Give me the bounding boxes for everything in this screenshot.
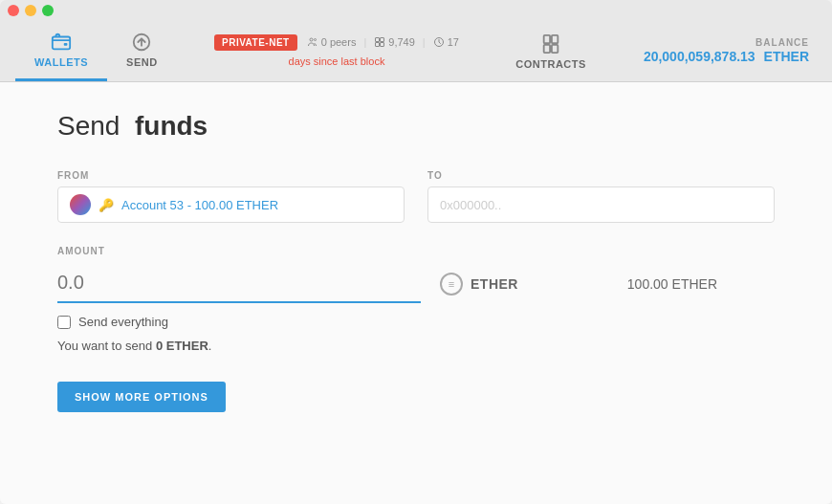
- balance-number: 20,000,059,878.13: [644, 49, 755, 64]
- svg-point-4: [314, 39, 316, 41]
- send-note-amount: 0 ETHER: [156, 339, 208, 353]
- last-block-note: days since last block: [289, 55, 385, 68]
- svg-rect-6: [381, 38, 384, 42]
- send-note: You want to send 0 ETHER.: [57, 339, 775, 353]
- from-group: FROM 🔑 Account 53 - 100.00 ETHER: [57, 170, 405, 223]
- account-name: Account 53 - 100.00 ETHER: [121, 198, 278, 212]
- page-title: Send funds: [57, 111, 775, 142]
- navbar: WALLETS SEND PRIVATE-NET: [0, 21, 832, 82]
- svg-rect-8: [381, 43, 384, 47]
- from-to-row: FROM 🔑 Account 53 - 100.00 ETHER TO: [57, 170, 775, 223]
- show-more-button[interactable]: SHOW MORE OPTIONS: [57, 382, 226, 412]
- svg-rect-7: [376, 43, 380, 47]
- divider1: |: [363, 36, 366, 48]
- net-stats: 0 peers | 9,749 |: [307, 36, 459, 48]
- title-normal: Send: [57, 111, 120, 141]
- title-bold: funds: [135, 111, 208, 141]
- traffic-lights: [8, 5, 54, 16]
- last-block-stat: 17: [433, 36, 459, 48]
- nav-send[interactable]: SEND: [107, 21, 177, 81]
- account-avatar: [70, 194, 91, 215]
- to-input[interactable]: [427, 186, 775, 223]
- peers-stat: 0 peers: [307, 36, 357, 48]
- svg-rect-10: [544, 34, 550, 42]
- account-balance-display: 100.00 ETHER: [627, 276, 717, 292]
- contracts-icon: [540, 33, 561, 55]
- balance-amount: 20,000,059,878.13 ETHER: [644, 48, 809, 65]
- key-emoji: 🔑: [99, 198, 114, 212]
- amount-row: ≡ ETHER 100.00 ETHER: [57, 264, 775, 303]
- divider2: |: [423, 36, 426, 48]
- svg-rect-13: [552, 44, 558, 52]
- blocks-stat: 9,749: [374, 36, 415, 48]
- minimize-button[interactable]: [25, 5, 36, 16]
- nav-wallets[interactable]: WALLETS: [15, 21, 107, 81]
- wallets-label: WALLETS: [34, 56, 88, 68]
- currency-icon: ≡: [440, 273, 463, 296]
- blocks-count: 9,749: [388, 36, 415, 48]
- send-icon: [131, 32, 152, 53]
- nav-center: PRIVATE-NET 0 peers |: [177, 21, 497, 81]
- svg-rect-5: [376, 38, 380, 42]
- svg-rect-0: [53, 37, 70, 50]
- last-block-ago: 17: [448, 36, 459, 48]
- from-account-selector[interactable]: 🔑 Account 53 - 100.00 ETHER: [57, 186, 405, 223]
- blocks-icon: [374, 36, 385, 48]
- svg-rect-1: [64, 43, 68, 46]
- currency-selector[interactable]: ≡ ETHER: [440, 273, 518, 296]
- from-label: FROM: [57, 170, 405, 181]
- nav-contracts[interactable]: CONTRACTS: [496, 33, 605, 70]
- peers-icon: [307, 36, 318, 48]
- peers-count: 0 peers: [321, 36, 357, 48]
- close-button[interactable]: [8, 5, 19, 16]
- svg-point-3: [310, 38, 313, 41]
- wallet-icon: [51, 32, 72, 53]
- amount-section: AMOUNT ≡ ETHER 100.00 ETHER Send everyth…: [57, 246, 775, 353]
- main-content: Send funds FROM 🔑 Account 53 - 100.00 ET…: [0, 82, 832, 504]
- amount-label: AMOUNT: [57, 246, 775, 256]
- network-badge: PRIVATE-NET: [214, 34, 297, 51]
- balance-section: BALANCE 20,000,059,878.13 ETHER: [644, 37, 809, 65]
- maximize-button[interactable]: [42, 5, 54, 16]
- balance-currency: ETHER: [764, 49, 809, 64]
- svg-rect-11: [552, 34, 558, 42]
- send-note-prefix: You want to send: [57, 339, 156, 353]
- send-label: SEND: [126, 56, 158, 68]
- svg-rect-12: [544, 44, 550, 52]
- amount-input-wrap: [57, 264, 421, 303]
- send-everything-checkbox[interactable]: [57, 316, 71, 329]
- titlebar: [0, 0, 832, 21]
- to-label: TO: [427, 170, 775, 181]
- clock-icon: [433, 36, 445, 48]
- balance-label: BALANCE: [644, 37, 809, 48]
- nav-left: WALLETS SEND: [15, 21, 177, 81]
- send-everything-label[interactable]: Send everything: [78, 315, 168, 329]
- nav-right: CONTRACTS BALANCE 20,000,059,878.13 ETHE…: [496, 21, 817, 81]
- send-everything-row: Send everything: [57, 315, 775, 329]
- app-window: WALLETS SEND PRIVATE-NET: [0, 0, 832, 504]
- contracts-label: CONTRACTS: [515, 58, 586, 70]
- currency-label: ETHER: [471, 276, 518, 292]
- amount-input[interactable]: [57, 264, 421, 303]
- to-group: TO: [427, 170, 775, 223]
- send-note-suffix: .: [208, 339, 212, 353]
